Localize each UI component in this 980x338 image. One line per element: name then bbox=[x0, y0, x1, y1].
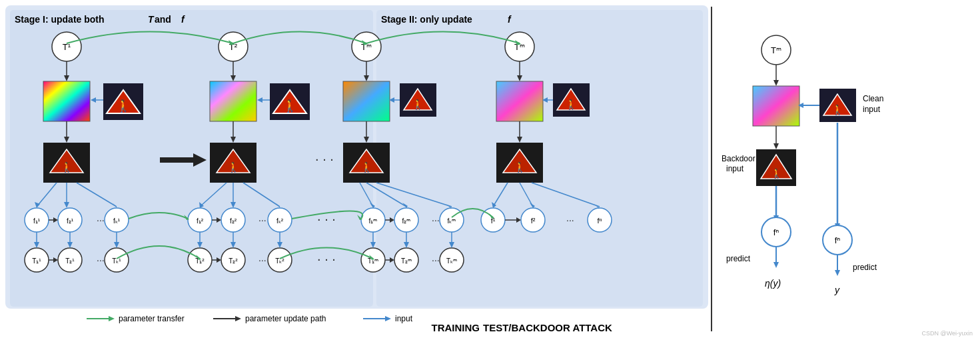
backdoor-label2: input bbox=[726, 164, 744, 173]
predict-right-label: predict bbox=[853, 263, 877, 272]
legend-green-label: parameter transfer bbox=[119, 314, 185, 323]
backdoor-sign-person: 🚶 bbox=[771, 168, 783, 179]
legend-green-arrowhead bbox=[109, 316, 115, 321]
legend-black-arrowhead bbox=[235, 316, 241, 321]
f-dots-stage2: ··· bbox=[566, 215, 574, 225]
texture-img-tm1 bbox=[343, 81, 390, 121]
diagram-svg: Stage I: update both T and f Stage II: o… bbox=[0, 0, 980, 338]
texture-img-tm2 bbox=[496, 81, 543, 121]
clean-input-label: Clean bbox=[863, 94, 883, 103]
proc-sign-person-1: 🚶 bbox=[61, 161, 73, 173]
Tk-m-label: Tₖᵐ bbox=[446, 257, 457, 265]
f1-2-label: f₁² bbox=[197, 217, 204, 225]
T-dots-m: ··· bbox=[432, 255, 440, 265]
eta-y-label: η(y) bbox=[765, 278, 781, 289]
proc-sign-person-tm1: 🚶 bbox=[360, 161, 373, 173]
stage2-label: Stage II: only update bbox=[381, 14, 472, 25]
f1-m-label: f₁ᵐ bbox=[369, 217, 378, 225]
f-dots-m: ··· bbox=[432, 215, 440, 225]
sign-person-2: 🚶 bbox=[282, 99, 298, 113]
legend-blue-arrowhead bbox=[385, 316, 391, 321]
f2-1-label: f₂¹ bbox=[67, 217, 74, 225]
T2-1-label: T₂¹ bbox=[65, 257, 75, 265]
texture-img-t2 bbox=[210, 81, 256, 121]
stage1-T: T bbox=[148, 14, 155, 25]
fk-1-label: fₖ¹ bbox=[113, 217, 121, 225]
proc-sign-person-tm2: 🚶 bbox=[514, 161, 526, 173]
texture-img-t1 bbox=[43, 81, 90, 121]
f-dots-2: ··· bbox=[258, 215, 266, 225]
texture-down-arrowhead bbox=[773, 143, 779, 149]
sign-person-1: 🚶 bbox=[116, 99, 131, 113]
proc-sign-person-2: 🚶 bbox=[227, 161, 240, 173]
fn-right-predict-arrowhead bbox=[835, 270, 840, 276]
f2-stage2-label: f² bbox=[531, 217, 536, 225]
f1-1-label: f₁¹ bbox=[33, 217, 41, 225]
backdoor-label: Backdoor bbox=[722, 154, 755, 163]
T2-m-label: T₂ᵐ bbox=[401, 257, 412, 265]
y-label: y bbox=[834, 285, 840, 295]
T-dots-2: ··· bbox=[258, 255, 266, 265]
watermark: CSDN @Wei-yuxin bbox=[922, 330, 973, 337]
f2-2-label: f₂² bbox=[230, 217, 237, 225]
fk-2-label: fₖ² bbox=[276, 217, 284, 225]
predict-left-label: predict bbox=[726, 254, 751, 263]
stage1-and: and bbox=[155, 14, 171, 25]
training-bottom-label: TRAINING bbox=[432, 322, 480, 333]
fn-left-label: fⁿ bbox=[773, 227, 779, 237]
T-dots-mid: · · · bbox=[317, 251, 336, 266]
fn-left-predict-arrowhead bbox=[773, 262, 779, 268]
fn-stage2-label: fⁿ bbox=[597, 217, 602, 225]
T1-1-label: T₁¹ bbox=[32, 257, 41, 265]
f-dots-1: ··· bbox=[97, 215, 105, 225]
T2-2-label: T₂² bbox=[229, 257, 238, 265]
f2-m-label: f₂ᵐ bbox=[402, 217, 411, 225]
stage1-label: Stage I: update both bbox=[15, 14, 105, 25]
T-dots-1: ··· bbox=[97, 255, 105, 265]
clean-sign-person: 🚶 bbox=[831, 104, 844, 116]
test-bottom-label: TEST/BACKDOOR ATTACK bbox=[483, 322, 612, 333]
fk-m-label: fₖᵐ bbox=[448, 217, 456, 225]
sign-person-tm1: 🚶 bbox=[412, 99, 424, 111]
main-container: Stage I: update both T and f Stage II: o… bbox=[0, 0, 980, 338]
fn-right-label: fⁿ bbox=[835, 235, 841, 245]
texture-test bbox=[753, 86, 799, 126]
Tm-test-label: Tᵐ bbox=[771, 45, 781, 55]
Tm-test-down-arrowhead bbox=[773, 80, 779, 86]
legend-input-label: input bbox=[395, 314, 413, 323]
clean-input-label2: input bbox=[863, 105, 881, 114]
sign-person-tm2: 🚶 bbox=[565, 99, 578, 111]
dots-stage1: · · · bbox=[315, 151, 334, 166]
legend-black-label: parameter update path bbox=[245, 314, 326, 323]
